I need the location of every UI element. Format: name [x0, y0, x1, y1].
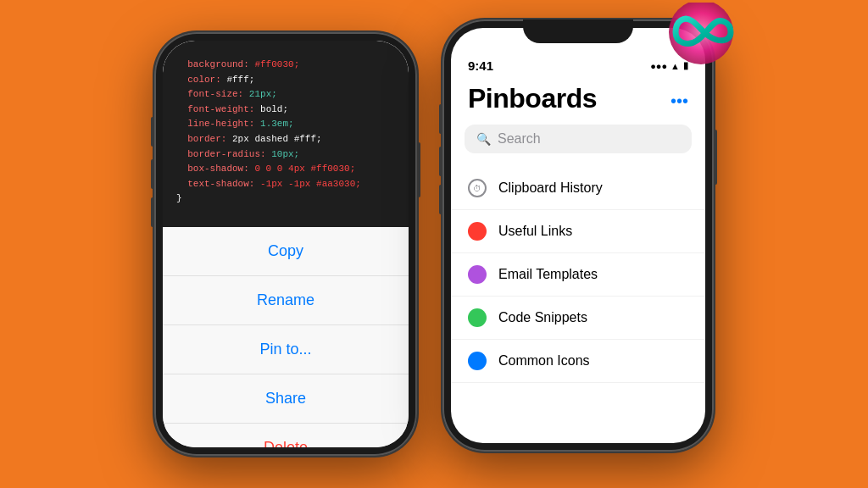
search-icon: 🔍: [476, 132, 491, 146]
code-line-9-prop: text-shadow:: [176, 179, 260, 189]
menu-item-pin[interactable]: Pin to...: [163, 325, 409, 374]
code-brace: }: [176, 193, 182, 203]
search-input[interactable]: Search: [498, 131, 541, 147]
code-line-7-val: 10px;: [271, 149, 299, 159]
code-line-1-val: #ff0030;: [254, 59, 299, 69]
code-block: background: #ff0030; color: #fff; font-s…: [163, 41, 409, 227]
code-line-5-prop: line-height:: [176, 119, 260, 129]
pinboards-list: ⏱ Clipboard History Useful Links Email T…: [451, 167, 705, 443]
code-line-8-val: 0 0 0 4px #ff0030;: [254, 164, 355, 174]
right-screen: 9:41 ●●● ▲ ▮ Pinboards ••• 🔍 Search: [451, 28, 705, 443]
code-line-7-prop: border-radius:: [176, 149, 271, 159]
list-item[interactable]: Useful Links: [451, 210, 705, 253]
email-templates-icon: [468, 265, 487, 284]
code-line-3-prop: font-size:: [176, 89, 249, 99]
code-snippets-icon: [468, 308, 487, 327]
notch: [523, 19, 633, 43]
infinity-logo: [654, 3, 748, 79]
useful-links-icon: [468, 222, 487, 241]
menu-item-rename[interactable]: Rename: [163, 276, 409, 325]
code-line-1-prop: background:: [176, 59, 254, 69]
menu-item-copy[interactable]: Copy: [163, 227, 409, 276]
code-line-9-val: -1px -1px #aa3030;: [260, 179, 361, 189]
left-screen: background: #ff0030; color: #fff; font-s…: [163, 41, 409, 447]
search-bar[interactable]: 🔍 Search: [465, 125, 692, 153]
item-label-common-icons: Common Icons: [498, 353, 590, 369]
list-item[interactable]: Code Snippets: [451, 297, 705, 340]
item-label-clipboard: Clipboard History: [498, 180, 603, 196]
clipboard-icon: ⏱: [468, 179, 487, 197]
menu-item-delete[interactable]: Delete: [163, 424, 409, 447]
logo-decoration: [654, 3, 739, 70]
context-menu: Copy Rename Pin to... Share Delete: [163, 227, 409, 447]
page-title: Pinboards: [468, 83, 597, 114]
code-line-2-prop: color:: [176, 75, 226, 85]
list-item[interactable]: Common Icons: [451, 340, 705, 383]
code-line-5-val: 1.3em;: [260, 119, 294, 129]
pinboards-header: Pinboards •••: [451, 76, 705, 125]
status-time: 9:41: [468, 58, 493, 73]
code-line-4-prop: font-weight:: [176, 104, 260, 114]
item-label-useful-links: Useful Links: [498, 224, 572, 239]
code-line-4-val: bold;: [260, 104, 288, 114]
list-item[interactable]: ⏱ Clipboard History: [451, 167, 705, 210]
right-iphone: 9:41 ●●● ▲ ▮ Pinboards ••• 🔍 Search: [442, 19, 714, 452]
list-item[interactable]: Email Templates: [451, 253, 705, 297]
code-line-3-val: 21px;: [249, 89, 277, 99]
more-button[interactable]: •••: [670, 92, 688, 111]
phones-container: background: #ff0030; color: #fff; font-s…: [154, 32, 714, 456]
left-iphone: background: #ff0030; color: #fff; font-s…: [154, 32, 417, 456]
code-line-2-val: #fff;: [226, 75, 254, 85]
code-line-8-prop: box-shadow:: [176, 164, 254, 174]
common-icons-icon: [468, 352, 487, 370]
pinboards-screen: 9:41 ●●● ▲ ▮ Pinboards ••• 🔍 Search: [451, 28, 705, 443]
code-line-6-prop: border:: [176, 134, 232, 144]
code-line-6-val: 2px dashed #fff;: [232, 134, 322, 144]
menu-item-share[interactable]: Share: [163, 374, 409, 424]
item-label-code-snippets: Code Snippets: [498, 310, 587, 325]
item-label-email-templates: Email Templates: [498, 267, 598, 282]
